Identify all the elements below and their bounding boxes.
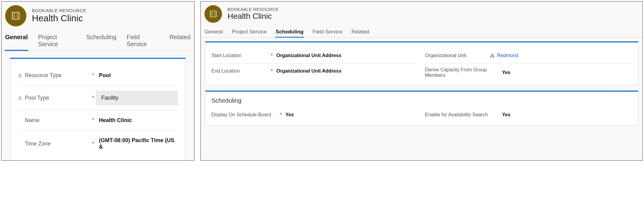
required-mark: * xyxy=(278,112,284,118)
required-mark: * xyxy=(269,68,275,74)
field-org-unit: Organizational Unit * Redmond xyxy=(425,48,632,63)
field-label: Time Zone xyxy=(25,141,51,147)
right-header: BOOKABLE RESOURCE Health Clinic xyxy=(201,2,642,25)
field-label: Name xyxy=(25,117,39,124)
field-label: Enable for Availability Search xyxy=(425,112,488,118)
svg-rect-3 xyxy=(210,11,216,17)
left-panel: BOOKABLE RESOURCE Health Clinic General … xyxy=(1,1,194,161)
right-tabs: General Project Service Scheduling Field… xyxy=(201,25,642,38)
tab-related[interactable]: Related xyxy=(351,28,370,37)
svg-rect-6 xyxy=(493,56,494,57)
tab-general[interactable]: General xyxy=(5,32,28,51)
general-card: Resource Type * Pool Pool Type * Facilit… xyxy=(10,58,186,161)
start-location-value[interactable]: Organizational Unit Address xyxy=(275,52,418,60)
field-enable-availability: Enable for Availability Search * Yes xyxy=(425,107,632,122)
required-mark: * xyxy=(269,53,275,59)
org-unit-value[interactable]: Redmond xyxy=(488,52,632,60)
left-form: Resource Type * Pool Pool Type * Facilit… xyxy=(2,51,194,161)
lock-icon xyxy=(18,96,22,101)
svg-rect-5 xyxy=(491,56,492,57)
tab-related[interactable]: Related xyxy=(169,32,191,51)
enable-availability-value[interactable]: Yes xyxy=(500,111,632,119)
right-panel: BOOKABLE RESOURCE Health Clinic General … xyxy=(201,1,643,161)
tab-project-service[interactable]: Project Service xyxy=(231,28,267,37)
tab-field-service[interactable]: Field Service xyxy=(126,32,160,51)
org-hierarchy-icon xyxy=(490,53,495,58)
field-resource-type: Resource Type * Pool xyxy=(18,66,178,86)
svg-rect-4 xyxy=(492,54,493,55)
scheduling-card: Scheduling Display On Schedule Board * Y… xyxy=(205,91,638,126)
field-derive-capacity: Derive Capacity From Group Members * Yes xyxy=(425,63,632,82)
tab-project-service[interactable]: Project Service xyxy=(37,32,76,51)
lock-icon xyxy=(18,73,22,78)
required-mark: * xyxy=(90,117,96,124)
field-label: End Location xyxy=(211,68,240,74)
field-label: Start Location xyxy=(211,53,241,58)
left-header: BOOKABLE RESOURCE Health Clinic xyxy=(2,2,194,29)
field-label: Organizational Unit xyxy=(425,53,466,58)
field-start-location: Start Location * Organizational Unit Add… xyxy=(211,48,418,63)
section-title: Scheduling xyxy=(211,97,632,104)
field-label: Pool Type xyxy=(25,95,49,101)
entity-icon xyxy=(204,5,222,23)
field-pool-type: Pool Type * Facility xyxy=(18,86,178,111)
name-value[interactable]: Health Clinic xyxy=(96,115,178,125)
required-mark: * xyxy=(90,141,96,147)
field-label: Resource Type xyxy=(25,72,62,79)
svg-rect-2 xyxy=(19,98,21,100)
field-name: Name * Health Clinic xyxy=(18,111,178,131)
field-label: Display On Schedule Board xyxy=(211,112,271,118)
field-display-on-board: Display On Schedule Board * Yes xyxy=(211,107,418,122)
field-time-zone: Time Zone * (GMT-08:00) Pacific Time (US… xyxy=(18,131,178,157)
pool-type-value[interactable]: Facility xyxy=(96,91,178,105)
tab-field-service[interactable]: Field Service xyxy=(312,28,343,37)
tab-scheduling[interactable]: Scheduling xyxy=(275,28,304,37)
tab-scheduling[interactable]: Scheduling xyxy=(86,32,117,51)
svg-rect-0 xyxy=(12,12,19,19)
entity-type-label: BOOKABLE RESOURCE xyxy=(228,7,278,12)
entity-type-label: BOOKABLE RESOURCE xyxy=(32,8,86,13)
entity-icon xyxy=(5,5,26,26)
field-end-location: End Location * Organizational Unit Addre… xyxy=(211,63,418,79)
resource-type-value[interactable]: Pool xyxy=(96,70,178,80)
org-unit-link[interactable]: Redmond xyxy=(497,53,518,58)
display-on-board-value[interactable]: Yes xyxy=(284,111,418,119)
time-zone-value[interactable]: (GMT-08:00) Pacific Time (US & xyxy=(96,135,178,152)
location-card: Start Location * Organizational Unit Add… xyxy=(205,41,638,85)
required-mark: * xyxy=(90,72,96,79)
tab-general[interactable]: General xyxy=(204,28,223,37)
record-title: Health Clinic xyxy=(228,12,278,21)
svg-rect-1 xyxy=(19,75,21,77)
right-form: Start Location * Organizational Unit Add… xyxy=(201,38,642,128)
required-mark: * xyxy=(90,95,96,101)
derive-capacity-value[interactable]: Yes xyxy=(500,69,632,77)
left-tabs: General Project Service Scheduling Field… xyxy=(2,29,194,51)
record-title: Health Clinic xyxy=(32,13,86,24)
end-location-value[interactable]: Organizational Unit Address xyxy=(275,67,418,75)
field-label: Derive Capacity From Group Members xyxy=(425,67,495,78)
